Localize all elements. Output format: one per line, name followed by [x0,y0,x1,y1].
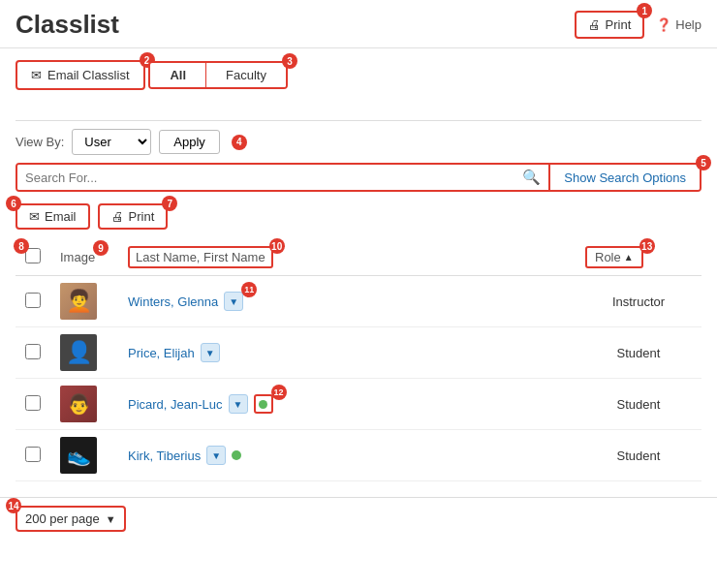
name-dropdown-arrow[interactable]: ▼ [224,292,243,311]
avatar: 👤 [60,334,97,371]
action-print-wrap: 🖨 Print 7 [98,203,169,230]
avatar: 🧑‍🦱 [60,283,97,320]
table-header: 8 Image 9 Last Name, First Name 10 [16,239,701,276]
th-role[interactable]: Role ▲ 13 [576,239,701,276]
action-print-icon: 🖨 [111,209,124,224]
th-checkbox: 8 [16,239,50,276]
row-checkbox[interactable] [25,293,41,308]
row-role-cell: Student [576,379,701,430]
row-name-cell: Kirk, Tiberius ▼ [118,430,576,481]
name-dropdown-arrow[interactable]: ▼ [206,446,226,465]
header-actions: 🖨 Print 1 ❓ Help [575,11,701,39]
tab-all[interactable]: All [150,63,205,87]
view-by-label: View By: [16,135,64,149]
role-value: Student [617,346,661,360]
role-value: Student [617,397,661,412]
search-input[interactable] [25,170,516,185]
badge-7: 7 [162,196,177,211]
table-row: 🧑‍🦱 Winters, Glenna ▼ 11 Instructor [16,276,701,327]
row-name-cell: Price, Elijah ▼ [118,327,576,379]
name-cell: Winters, Glenna ▼ 11 [128,292,566,311]
search-input-wrap: 🔍 [17,165,548,190]
sort-icon: ▲ [624,252,634,263]
apply-button[interactable]: Apply [159,130,220,154]
badge-12: 12 [271,385,287,400]
tab-faculty[interactable]: Faculty [206,63,286,87]
row-name-cell: Picard, Jean-Luc ▼ 12 [118,379,576,430]
badge-5: 5 [696,155,711,170]
row-role-cell: Student [576,430,701,481]
badge-6: 6 [6,196,21,211]
print-icon: 🖨 [588,17,601,32]
page-header: Classlist 🖨 Print 1 ❓ Help [0,0,717,48]
view-by-wrap: View By: User Group Section Apply 4 [16,129,701,155]
email-icon: ✉ [31,68,42,82]
role-sort-header[interactable]: Role ▲ [595,250,634,264]
badge-13: 13 [639,238,655,254]
action-print-button[interactable]: 🖨 Print [98,203,169,230]
name-link[interactable]: Winters, Glenna [128,294,218,309]
row-image-cell: 👨 [50,379,118,430]
action-row: ✉ Email 6 🖨 Print 7 [16,203,701,230]
row-image-cell: 👤 [50,327,118,379]
th-image: Image 9 [50,239,118,276]
view-by-select[interactable]: User Group Section [72,129,151,155]
role-value: Instructor [612,294,665,309]
online-status-badge[interactable] [254,394,273,414]
print-button[interactable]: 🖨 Print [575,11,645,39]
row-role-cell: Instructor [576,276,701,327]
help-link[interactable]: ❓ Help [656,17,701,32]
search-icon: 🔍 [522,169,541,186]
name-cell: Kirk, Tiberius ▼ [128,446,566,465]
divider-1 [16,120,701,121]
table-row: 👨 Picard, Jean-Luc ▼ 12 [16,379,701,430]
name-dropdown-arrow[interactable]: ▼ [229,394,248,414]
name-link[interactable]: Picard, Jean-Luc [128,397,223,412]
avatar: 👨 [60,386,97,422]
name-link[interactable]: Price, Elijah [128,346,195,360]
row-check-cell [16,379,50,430]
name-cell: Picard, Jean-Luc ▼ 12 [128,394,566,414]
badge-10: 10 [269,238,285,254]
email-classlist-button[interactable]: ✉ Email Classlist [16,60,145,90]
badge-8: 8 [14,238,29,254]
badge-11: 11 [241,282,257,297]
row-name-cell: Winters, Glenna ▼ 11 [118,276,576,327]
help-icon: ❓ [656,17,671,32]
action-email-button[interactable]: ✉ Email [16,203,90,230]
search-bar: 🔍 Show Search Options [16,163,701,192]
badge-3: 3 [282,53,297,69]
th-name: Last Name, First Name 10 [118,239,576,276]
email-classlist-wrap: ✉ Email Classlist 2 [16,60,145,100]
row-image-cell: 👟 [50,430,118,481]
row-check-cell [16,327,50,379]
row-check-cell [16,276,50,327]
tab-group: All Faculty [148,61,288,89]
row-image-cell: 🧑‍🦱 [50,276,118,327]
avatar: 👟 [60,437,97,474]
action-email-icon: ✉ [29,209,40,224]
row-check-cell [16,430,50,481]
name-dropdown-arrow[interactable]: ▼ [201,343,220,362]
name-cell: Price, Elijah ▼ [128,343,566,362]
badge-4: 4 [232,135,247,150]
page-title: Classlist [16,10,119,40]
online-dot [259,400,267,409]
online-dot [232,450,241,460]
main-content: ✉ Email Classlist 2 All Faculty 3 View B… [0,48,717,493]
per-page-chevron: ▼ [106,513,116,525]
role-value: Student [617,449,661,463]
search-row-wrap: 🔍 Show Search Options 5 [16,163,701,192]
show-search-options-button[interactable]: Show Search Options [548,165,700,190]
row-checkbox[interactable] [25,344,41,359]
badge-9: 9 [93,240,109,256]
view-by-row: View By: User Group Section Apply 4 [16,129,701,155]
per-page-wrap: 200 per page ▼ 14 [16,506,126,532]
name-link[interactable]: Kirk, Tiberius [128,449,201,463]
row-role-cell: Student [576,327,701,379]
action-email-wrap: ✉ Email 6 [16,203,90,230]
row-checkbox[interactable] [25,447,41,462]
row-checkbox[interactable] [25,395,41,411]
classlist-table: 8 Image 9 Last Name, First Name 10 [16,239,701,481]
per-page-select[interactable]: 200 per page ▼ [16,506,126,532]
